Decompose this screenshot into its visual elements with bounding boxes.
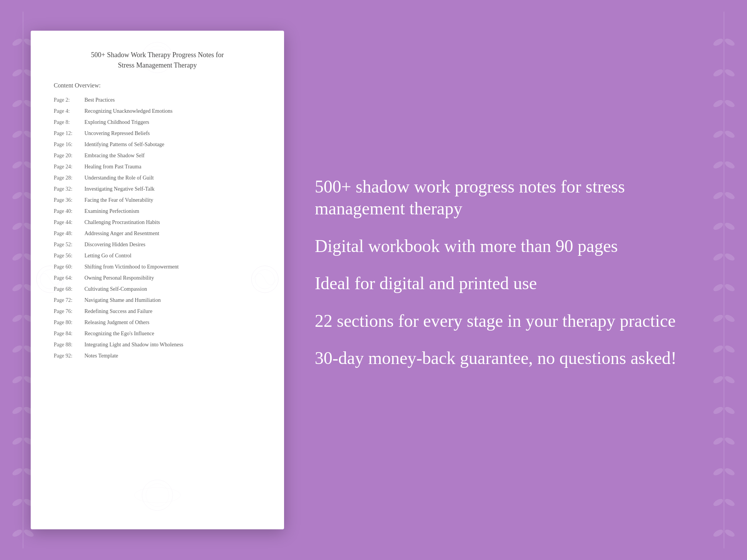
toc-page-number: Page 48: bbox=[54, 229, 84, 237]
svg-point-75 bbox=[134, 488, 180, 503]
toc-page-title: Understanding the Role of Guilt bbox=[84, 174, 154, 182]
toc-item: Page 56:Letting Go of Control bbox=[54, 250, 261, 261]
toc-page-title: Challenging Procrastination Habits bbox=[84, 218, 160, 226]
document-card: 500+ Shadow Work Therapy Progress Notes … bbox=[31, 31, 284, 529]
toc-item: Page 48:Addressing Anger and Resentment bbox=[54, 228, 261, 239]
toc-item: Page 12:Uncovering Repressed Beliefs bbox=[54, 128, 261, 139]
svg-point-66 bbox=[712, 497, 724, 507]
svg-point-25 bbox=[11, 405, 23, 415]
toc-item: Page 4:Recognizing Unacknowledged Emotio… bbox=[54, 105, 261, 117]
svg-point-40 bbox=[712, 99, 724, 109]
svg-point-52 bbox=[712, 283, 724, 293]
toc-page-number: Page 32: bbox=[54, 185, 84, 193]
toc-item: Page 52:Discovering Hidden Desires bbox=[54, 239, 261, 250]
svg-point-5 bbox=[11, 99, 23, 109]
toc-item: Page 20:Embracing the Shadow Self bbox=[54, 150, 261, 161]
toc-page-title: Facing the Fear of Vulnerability bbox=[84, 196, 153, 204]
feature-text: Ideal for digital and printed use bbox=[315, 272, 716, 295]
toc-item: Page 8:Exploring Childhood Triggers bbox=[54, 117, 261, 128]
svg-point-64 bbox=[712, 467, 724, 477]
toc-page-title: Notes Template bbox=[84, 352, 118, 360]
right-floral-border bbox=[701, 0, 747, 560]
toc-page-number: Page 60: bbox=[54, 263, 84, 271]
toc-page-number: Page 20: bbox=[54, 152, 84, 160]
document-title: 500+ Shadow Work Therapy Progress Notes … bbox=[54, 50, 261, 71]
toc-page-number: Page 68: bbox=[54, 285, 84, 293]
toc-page-number: Page 52: bbox=[54, 240, 84, 249]
svg-point-34 bbox=[23, 528, 35, 538]
svg-point-37 bbox=[724, 37, 735, 47]
toc-page-title: Healing from Past Trauma bbox=[84, 163, 141, 171]
svg-point-23 bbox=[11, 375, 23, 385]
toc-page-number: Page 56: bbox=[54, 252, 84, 260]
toc-page-title: Uncovering Repressed Beliefs bbox=[84, 129, 150, 137]
feature-block-5: 30-day money-back guarantee, no question… bbox=[315, 347, 716, 369]
toc-page-title: Navigating Shame and Humiliation bbox=[84, 296, 161, 304]
svg-point-59 bbox=[724, 375, 735, 385]
toc-item: Page 76:Redefining Success and Failure bbox=[54, 306, 261, 317]
toc-page-number: Page 4: bbox=[54, 107, 84, 115]
toc-page-number: Page 8: bbox=[54, 118, 84, 126]
toc-item: Page 24:Healing from Past Trauma bbox=[54, 161, 261, 172]
toc-page-title: Recognizing Unacknowledged Emotions bbox=[84, 107, 172, 115]
svg-point-43 bbox=[724, 129, 735, 139]
feature-block-4: 22 sections for every stage in your ther… bbox=[315, 310, 716, 332]
toc-page-number: Page 84: bbox=[54, 329, 84, 338]
toc-item: Page 84:Recognizing the Ego's Influence bbox=[54, 328, 261, 339]
feature-block-1: 500+ shadow work progress notes for stre… bbox=[315, 176, 716, 220]
svg-point-29 bbox=[11, 467, 23, 477]
toc-item: Page 2:Best Practices bbox=[54, 94, 261, 105]
toc-item: Page 60:Shifting from Victimhood to Empo… bbox=[54, 261, 261, 272]
svg-point-53 bbox=[724, 283, 735, 293]
svg-point-33 bbox=[11, 528, 23, 538]
svg-point-11 bbox=[11, 191, 23, 201]
svg-point-46 bbox=[712, 191, 724, 201]
toc-page-number: Page 16: bbox=[54, 140, 84, 148]
toc-item: Page 32:Investigating Negative Self-Talk bbox=[54, 183, 261, 194]
toc-item: Page 88:Integrating Light and Shadow int… bbox=[54, 339, 261, 350]
svg-point-68 bbox=[712, 528, 724, 538]
toc-page-number: Page 36: bbox=[54, 196, 84, 204]
svg-point-47 bbox=[724, 191, 735, 201]
toc-page-title: Letting Go of Control bbox=[84, 252, 132, 260]
svg-point-41 bbox=[724, 99, 735, 109]
toc-page-title: Best Practices bbox=[84, 96, 115, 104]
svg-point-27 bbox=[11, 436, 23, 446]
toc-page-title: Cultivating Self-Compassion bbox=[84, 285, 147, 293]
svg-point-3 bbox=[11, 68, 23, 78]
toc-page-title: Discovering Hidden Desires bbox=[84, 240, 145, 249]
toc-page-title: Identifying Patterns of Self-Sabotage bbox=[84, 140, 164, 148]
toc-page-number: Page 80: bbox=[54, 318, 84, 326]
svg-point-56 bbox=[712, 344, 724, 354]
svg-point-62 bbox=[712, 436, 724, 446]
toc-page-title: Shifting from Victimhood to Empowerment bbox=[84, 263, 178, 271]
svg-point-44 bbox=[712, 160, 724, 170]
toc-page-number: Page 44: bbox=[54, 218, 84, 226]
svg-point-63 bbox=[724, 436, 735, 446]
svg-point-54 bbox=[712, 313, 724, 323]
svg-point-9 bbox=[11, 160, 23, 170]
svg-point-7 bbox=[11, 129, 23, 139]
toc-page-number: Page 12: bbox=[54, 129, 84, 137]
toc-page-title: Recognizing the Ego's Influence bbox=[84, 329, 154, 338]
svg-point-15 bbox=[11, 252, 23, 262]
feature-block-3: Ideal for digital and printed use bbox=[315, 272, 716, 295]
svg-point-61 bbox=[724, 405, 735, 415]
svg-point-73 bbox=[142, 480, 173, 511]
section-label: Content Overview: bbox=[54, 82, 261, 89]
svg-point-42 bbox=[712, 129, 724, 139]
watermark-bottom bbox=[81, 476, 234, 522]
svg-point-69 bbox=[724, 528, 735, 538]
toc-page-number: Page 28: bbox=[54, 174, 84, 182]
svg-point-48 bbox=[712, 221, 724, 231]
toc-item: Page 44:Challenging Procrastination Habi… bbox=[54, 217, 261, 228]
svg-point-58 bbox=[712, 375, 724, 385]
toc-page-title: Releasing Judgment of Others bbox=[84, 318, 149, 326]
svg-rect-0 bbox=[23, 12, 23, 548]
toc-item: Page 80:Releasing Judgment of Others bbox=[54, 317, 261, 328]
feature-text: 30-day money-back guarantee, no question… bbox=[315, 347, 716, 369]
svg-point-50 bbox=[712, 252, 724, 262]
toc-page-title: Owning Personal Responsibility bbox=[84, 274, 154, 282]
svg-point-57 bbox=[724, 344, 735, 354]
feature-text: 500+ shadow work progress notes for stre… bbox=[315, 176, 716, 220]
